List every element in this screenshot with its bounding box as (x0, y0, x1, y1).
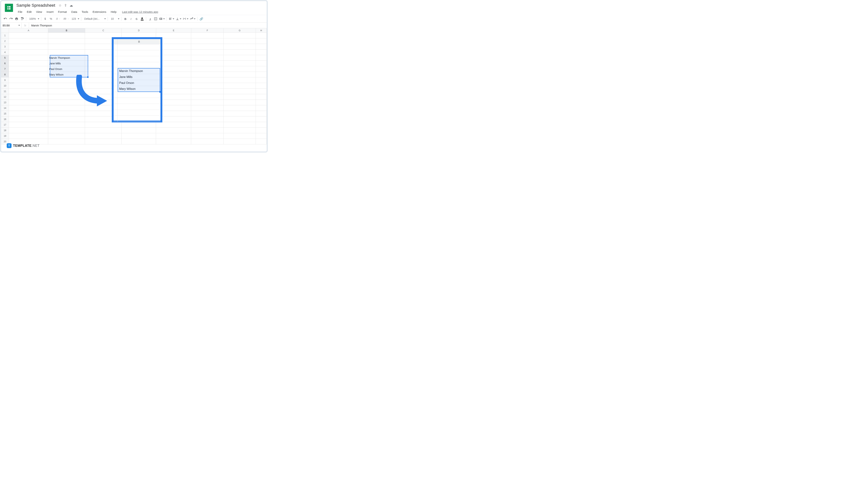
cell[interactable] (256, 89, 267, 94)
cell[interactable] (48, 139, 85, 144)
cell[interactable] (48, 127, 85, 133)
cell[interactable] (156, 38, 191, 44)
cell[interactable] (85, 55, 122, 61)
paint-format-button[interactable] (19, 16, 25, 21)
cell[interactable] (9, 78, 48, 83)
cell[interactable] (191, 127, 223, 133)
cell[interactable] (85, 33, 122, 38)
row-header[interactable]: 16 (1, 116, 9, 122)
cell[interactable] (223, 55, 256, 61)
cell[interactable] (256, 55, 267, 61)
cell[interactable] (256, 122, 267, 127)
cell[interactable] (85, 66, 122, 72)
name-box[interactable]: B5:B8 (1, 23, 22, 28)
cell[interactable] (48, 50, 85, 55)
col-header-A[interactable]: A (9, 28, 48, 33)
cell[interactable] (85, 83, 122, 89)
cell[interactable] (256, 78, 267, 83)
menu-format[interactable]: Format (56, 9, 69, 14)
cell[interactable] (122, 116, 156, 122)
currency-button[interactable]: $ (42, 16, 48, 21)
cell[interactable] (156, 111, 191, 116)
cell[interactable] (191, 133, 223, 139)
cell[interactable] (48, 111, 85, 116)
menu-insert[interactable]: Insert (44, 9, 56, 14)
cell[interactable] (9, 44, 48, 50)
star-icon[interactable]: ☆ (59, 3, 62, 7)
cell[interactable] (223, 66, 256, 72)
more-formats-dropdown[interactable]: 123 (70, 16, 80, 21)
row-header[interactable]: 19 (1, 133, 9, 139)
cell[interactable] (85, 72, 122, 78)
row-header[interactable]: 5 (1, 55, 9, 61)
cell[interactable] (256, 105, 267, 111)
last-edit-link[interactable]: Last edit was 12 minutes ago (122, 10, 158, 13)
cell[interactable] (156, 44, 191, 50)
cell[interactable]: Mary Wilson (48, 72, 85, 78)
cell[interactable] (156, 116, 191, 122)
cell[interactable] (223, 100, 256, 105)
cell[interactable] (85, 127, 122, 133)
cell[interactable] (191, 55, 223, 61)
cell[interactable] (223, 83, 256, 89)
row-header[interactable]: 9 (1, 78, 9, 83)
cell[interactable]: Paul Orson (48, 66, 85, 72)
cell[interactable] (48, 122, 85, 127)
menu-edit[interactable]: Edit (25, 9, 34, 14)
row-header[interactable]: 13 (1, 100, 9, 105)
cell[interactable] (9, 72, 48, 78)
cell[interactable] (48, 44, 85, 50)
increase-decimal-button[interactable]: .00→ (61, 16, 70, 21)
cell[interactable] (256, 133, 267, 139)
cell[interactable] (85, 44, 122, 50)
merge-dropdown[interactable] (158, 16, 165, 21)
cell[interactable] (156, 83, 191, 89)
cell[interactable] (122, 78, 156, 83)
row-header[interactable]: 1 (1, 33, 9, 38)
h-align-dropdown[interactable] (168, 16, 175, 21)
cell[interactable] (85, 38, 122, 44)
cell[interactable] (122, 94, 156, 100)
row-header[interactable]: 8 (1, 72, 9, 78)
cell[interactable] (9, 122, 48, 127)
cell[interactable] (9, 38, 48, 44)
cell[interactable] (191, 50, 223, 55)
cell[interactable] (122, 105, 156, 111)
cell[interactable] (223, 139, 256, 144)
cell[interactable] (9, 55, 48, 61)
rotate-dropdown[interactable] (189, 16, 196, 21)
cell[interactable] (122, 122, 156, 127)
percent-button[interactable]: % (48, 16, 54, 21)
doc-title[interactable]: Sample Spreadsheet (16, 3, 56, 8)
cell[interactable] (156, 105, 191, 111)
cell[interactable] (9, 133, 48, 139)
sheets-app-icon[interactable] (5, 4, 13, 12)
cell[interactable] (85, 116, 122, 122)
cell[interactable] (223, 89, 256, 94)
insert-link-button[interactable]: 🔗 (198, 16, 204, 21)
cell[interactable] (156, 66, 191, 72)
cell[interactable] (191, 94, 223, 100)
v-align-dropdown[interactable] (175, 16, 182, 21)
cell[interactable] (191, 111, 223, 116)
cell[interactable] (223, 61, 256, 66)
cell[interactable] (191, 38, 223, 44)
cell[interactable] (122, 133, 156, 139)
col-header-F[interactable]: F (191, 28, 224, 33)
menu-view[interactable]: View (34, 9, 44, 14)
cell[interactable] (85, 133, 122, 139)
cell[interactable] (223, 44, 256, 50)
cell[interactable] (48, 94, 85, 100)
cell[interactable] (122, 38, 156, 44)
cell[interactable] (191, 44, 223, 50)
col-header-C[interactable]: C (85, 28, 122, 33)
menu-file[interactable]: File (16, 9, 25, 14)
row-header[interactable]: 7 (1, 66, 9, 72)
cell[interactable] (9, 105, 48, 111)
cell[interactable] (191, 116, 223, 122)
cell[interactable] (191, 105, 223, 111)
cell[interactable] (48, 78, 85, 83)
menu-tools[interactable]: Tools (80, 9, 90, 14)
cell[interactable] (48, 116, 85, 122)
cell[interactable] (156, 78, 191, 83)
